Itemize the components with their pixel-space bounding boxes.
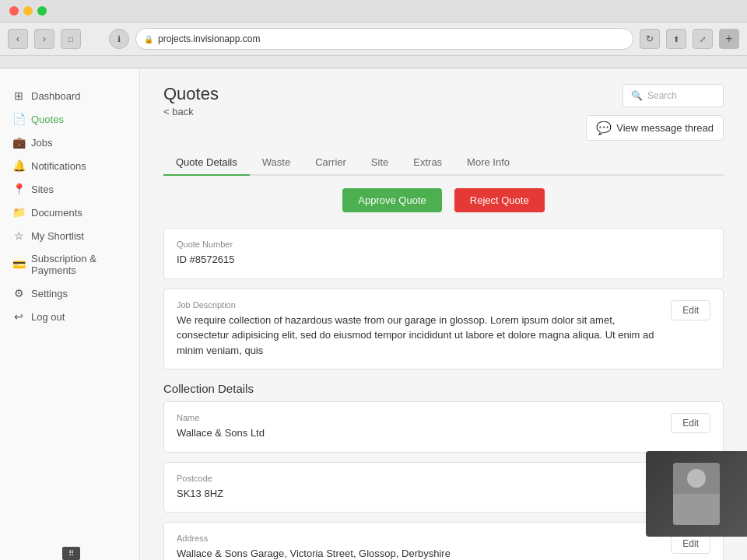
- sidebar-item-logout[interactable]: ↩ Log out: [0, 305, 139, 328]
- view-button[interactable]: □: [61, 29, 81, 49]
- quote-number-label: Quote Number: [177, 240, 710, 249]
- fullscreen-button[interactable]: ⤢: [693, 29, 713, 49]
- address-value: Wallace & Sons Garage, Victoria Street, …: [177, 546, 661, 560]
- subscription-icon: 💳: [12, 258, 25, 271]
- header-right: 🔍 Search 💬 View message thread: [586, 84, 724, 141]
- search-placeholder: Search: [647, 90, 677, 101]
- address-card: Address Wallace & Sons Garage, Victoria …: [163, 522, 724, 560]
- sidebar-item-jobs[interactable]: 💼 Jobs: [0, 131, 139, 154]
- add-tab-button[interactable]: +: [719, 29, 739, 49]
- logout-icon: ↩: [12, 310, 25, 323]
- quotes-icon: 📄: [12, 113, 25, 125]
- video-overlay: [646, 451, 747, 537]
- maximize-button[interactable]: [37, 6, 47, 16]
- sidebar-item-label: My Shortlist: [31, 230, 84, 242]
- message-icon: 💬: [596, 121, 612, 135]
- postcode-card: Postcode SK13 8HZ Edit: [163, 462, 724, 513]
- view-message-thread-button[interactable]: 💬 View message thread: [586, 115, 724, 141]
- collection-details-title: Collection Details: [163, 382, 724, 395]
- job-description-label: Job Description: [177, 300, 661, 310]
- sidebar: ⊞ Dashboard 📄 Quotes 💼 Jobs 🔔 Notificati…: [0, 68, 140, 560]
- collection-name-edit-button[interactable]: Edit: [671, 413, 710, 433]
- forward-nav-button[interactable]: ›: [34, 29, 54, 49]
- address-bar[interactable]: 🔒 projects.invisionapp.com: [135, 28, 633, 50]
- action-buttons: Approve Quote Reject Quote: [163, 188, 724, 212]
- sidebar-item-label: Quotes: [31, 114, 64, 125]
- sidebar-item-label: Sites: [31, 184, 54, 195]
- lock-icon: 🔒: [144, 35, 153, 44]
- toolbar-bottom-text: ⠿: [68, 549, 74, 558]
- video-feed: [646, 451, 747, 537]
- tab-quote-details[interactable]: Quote Details: [163, 150, 250, 176]
- sidebar-item-label: Log out: [31, 311, 65, 323]
- sidebar-item-label: Subscription & Payments: [31, 253, 127, 276]
- back-nav-button[interactable]: ‹: [8, 29, 28, 49]
- collection-name-value: Wallace & Sons Ltd: [177, 425, 661, 441]
- sidebar-item-shortlist[interactable]: ☆ My Shortlist: [0, 224, 139, 247]
- collection-name-card: Name Wallace & Sons Ltd Edit: [163, 401, 724, 453]
- sidebar-item-label: Dashboard: [31, 90, 81, 102]
- video-person: [673, 463, 720, 525]
- minimize-button[interactable]: [23, 6, 33, 16]
- search-icon: 🔍: [631, 90, 643, 101]
- sidebar-item-label: Settings: [31, 288, 68, 299]
- sites-icon: 📍: [12, 183, 25, 195]
- sidebar-item-sites[interactable]: 📍 Sites: [0, 177, 139, 201]
- quote-number-card: Quote Number ID #8572615: [163, 228, 724, 279]
- postcode-label: Postcode: [177, 474, 661, 483]
- address-row: Address Wallace & Sons Garage, Victoria …: [177, 534, 710, 560]
- postcode-value: SK13 8HZ: [177, 486, 661, 502]
- tab-site[interactable]: Site: [359, 150, 401, 176]
- tabs-bar: Quote Details Waste Carrier Site Extras …: [163, 150, 724, 176]
- dashboard-icon: ⊞: [12, 89, 25, 102]
- page-header: Quotes < back 🔍 Search 💬 View message th…: [163, 84, 724, 141]
- job-description-row: Job Description We require collection of…: [177, 300, 710, 359]
- address-text: Address Wallace & Sons Garage, Victoria …: [177, 534, 661, 560]
- sidebar-item-subscription[interactable]: 💳 Subscription & Payments: [0, 247, 139, 282]
- quote-number-value: ID #8572615: [177, 252, 710, 268]
- job-description-edit-button[interactable]: Edit: [671, 300, 710, 320]
- tab-carrier[interactable]: Carrier: [303, 150, 359, 176]
- reject-quote-button[interactable]: Reject Quote: [454, 188, 545, 212]
- approve-quote-button[interactable]: Approve Quote: [342, 188, 441, 212]
- sidebar-item-notifications[interactable]: 🔔 Notifications: [0, 154, 139, 177]
- search-bar[interactable]: 🔍 Search: [622, 84, 724, 107]
- titlebar: [0, 0, 747, 22]
- jobs-icon: 💼: [12, 136, 25, 149]
- collection-name-row: Name Wallace & Sons Ltd Edit: [177, 413, 710, 441]
- browser-chrome: ‹ › □ ℹ 🔒 projects.invisionapp.com ↻ ⬆ ⤢…: [0, 0, 747, 68]
- reload-button[interactable]: ↻: [640, 29, 660, 49]
- job-description-text: Job Description We require collection of…: [177, 300, 661, 359]
- sidebar-item-label: Documents: [31, 207, 82, 219]
- tab-extras[interactable]: Extras: [401, 150, 454, 176]
- address-label: Address: [177, 534, 661, 543]
- postcode-row: Postcode SK13 8HZ Edit: [177, 474, 710, 502]
- shortlist-icon: ☆: [12, 229, 25, 242]
- traffic-lights: [9, 6, 47, 16]
- toolbar: ‹ › □ ℹ 🔒 projects.invisionapp.com ↻ ⬆ ⤢…: [0, 22, 747, 56]
- job-description-value: We require collection of hazardous waste…: [177, 313, 661, 359]
- sidebar-item-documents[interactable]: 📁 Documents: [0, 201, 139, 224]
- info-button[interactable]: ℹ: [109, 29, 129, 49]
- close-button[interactable]: [9, 6, 19, 16]
- job-description-card: Job Description We require collection of…: [163, 289, 724, 370]
- sidebar-item-label: Notifications: [31, 160, 86, 172]
- toolbar-bottom-overlay: ⠿: [62, 547, 80, 560]
- view-message-thread-label: View message thread: [616, 122, 714, 134]
- share-button[interactable]: ⬆: [666, 29, 686, 49]
- sidebar-item-label: Jobs: [31, 137, 52, 149]
- url-text: projects.invisionapp.com: [158, 33, 260, 44]
- back-link[interactable]: < back: [163, 106, 219, 117]
- notifications-icon: 🔔: [12, 159, 25, 172]
- page-title: Quotes: [163, 84, 219, 104]
- sidebar-item-quotes[interactable]: 📄 Quotes: [0, 107, 139, 131]
- documents-icon: 📁: [12, 206, 25, 219]
- settings-icon: ⚙: [12, 287, 25, 299]
- page-title-area: Quotes < back: [163, 84, 219, 117]
- collection-name-text: Name Wallace & Sons Ltd: [177, 413, 661, 441]
- postcode-text: Postcode SK13 8HZ: [177, 474, 661, 502]
- sidebar-item-dashboard[interactable]: ⊞ Dashboard: [0, 84, 139, 107]
- tab-waste[interactable]: Waste: [250, 150, 303, 176]
- sidebar-item-settings[interactable]: ⚙ Settings: [0, 282, 139, 305]
- tab-more-info[interactable]: More Info: [454, 150, 522, 176]
